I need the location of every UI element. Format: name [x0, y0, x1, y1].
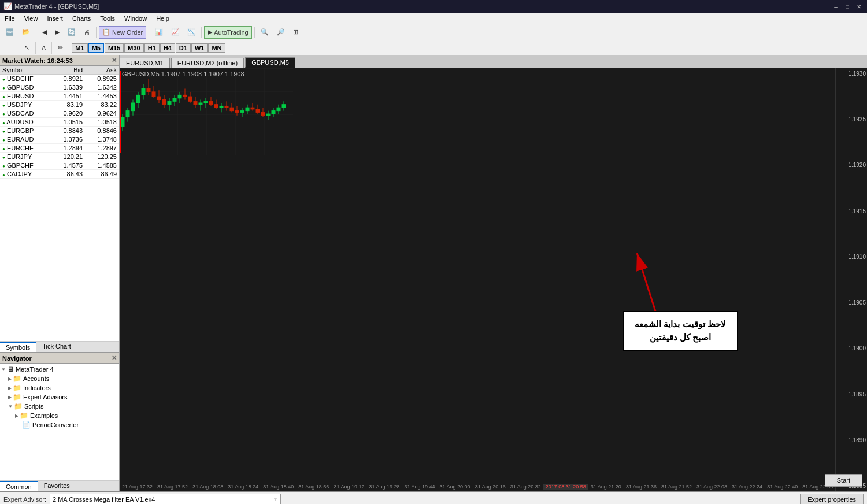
svg-rect-83: [246, 108, 249, 110]
table-row[interactable]: ● EURUSD 1.4451 1.4453: [0, 92, 119, 101]
table-row[interactable]: ● EURGBP 0.8843 0.8846: [0, 127, 119, 135]
period-btn-m30[interactable]: M30: [124, 43, 143, 53]
toolbar-refresh-btn[interactable]: 🔄: [64, 26, 79, 39]
table-row[interactable]: ● USDCAD 0.9620 0.9624: [0, 109, 119, 118]
nav-item-examples[interactable]: ▶📁Examples: [1, 411, 118, 420]
table-row[interactable]: ● EURJPY 120.21 120.25: [0, 153, 119, 161]
ask-cell: 1.2897: [85, 144, 119, 153]
tab-symbols[interactable]: Symbols: [0, 342, 36, 352]
svg-rect-71: [214, 105, 218, 108]
ask-cell: 0.9624: [85, 109, 119, 118]
toolbar-grid[interactable]: ⊞: [290, 26, 302, 39]
time-19: 31 Aug 22:40: [765, 484, 800, 490]
ea-dropdown[interactable]: 2 MA Crosses Mega filter EA V1.ex4 ▼: [50, 494, 281, 504]
symbol-cell: ● USDCHF: [0, 75, 51, 83]
annotation-line1: لاحظ توقيت بداية الشمعه: [632, 318, 728, 331]
menu-window[interactable]: Window: [120, 13, 151, 24]
table-row[interactable]: ● GBPUSD 1.6339 1.6342: [0, 83, 119, 92]
svg-rect-97: [282, 105, 286, 108]
bottom-panel: Expert Advisor: 2 MA Crosses Mega filter…: [0, 491, 867, 504]
price-label: 1.1920: [837, 162, 866, 168]
new-order-button[interactable]: 📋 New Order: [99, 26, 146, 39]
period-btn-m15[interactable]: M15: [105, 43, 124, 53]
nav-label: Scripts: [24, 403, 44, 410]
tab-common[interactable]: Common: [0, 481, 38, 491]
tab-favorites[interactable]: Favorites: [38, 481, 76, 491]
toolbar-chart-btn1[interactable]: 📊: [151, 26, 166, 39]
annotation-popup: لاحظ توقيت بداية الشمعه اصبح كل دقيقتين: [623, 311, 738, 351]
period-btn-h1[interactable]: H1: [144, 43, 160, 53]
nav-item-accounts[interactable]: ▶📁Accounts: [1, 374, 118, 383]
price-label: 1.1895: [837, 391, 866, 398]
toolbar-print-btn[interactable]: 🖨: [80, 26, 94, 39]
toolbar-text[interactable]: A: [38, 42, 49, 54]
time-17: 31 Aug 22:08: [694, 484, 729, 490]
toolbar-fwd-btn[interactable]: ▶: [51, 26, 63, 39]
svg-rect-37: [126, 111, 129, 117]
menu-insert[interactable]: Insert: [42, 13, 68, 24]
menu-view[interactable]: View: [20, 13, 43, 24]
period-btn-h4[interactable]: H4: [160, 43, 175, 53]
chart-tab-eurusd-m2-offline-[interactable]: EURUSD,M2 (offline): [171, 58, 244, 68]
bid-cell: 1.4575: [51, 161, 85, 170]
maximize-button[interactable]: □: [843, 2, 852, 10]
period-btn-d1[interactable]: D1: [176, 43, 191, 53]
ask-cell: 1.4453: [85, 92, 119, 101]
svg-rect-93: [272, 111, 275, 114]
chart-tab-gbpusd-m5[interactable]: GBPUSD,M5: [245, 57, 295, 68]
toolbar-open-btn[interactable]: 📂: [18, 26, 34, 39]
nav-item-expert-advisors[interactable]: ▶📁Expert Advisors: [1, 392, 118, 402]
svg-rect-87: [256, 109, 260, 112]
tab-tick-chart[interactable]: Tick Chart: [36, 342, 77, 352]
autotrading-button[interactable]: ▶ AutoTrading: [204, 26, 252, 39]
chart-tab-eurusd-m1[interactable]: EURUSD,M1: [120, 58, 170, 68]
time-18: 31 Aug 22:24: [729, 484, 765, 490]
chart-canvas[interactable]: GBPUSD,M5 1.1907 1.1908 1.1907 1.1908: [120, 68, 867, 491]
menu-tools[interactable]: Tools: [95, 13, 120, 24]
nav-item-metatrader-4[interactable]: ▼🖥MetaTrader 4: [1, 365, 118, 374]
table-row[interactable]: ● USDJPY 83.19 83.22: [0, 101, 119, 109]
nav-item-scripts[interactable]: ▼📁Scripts: [1, 402, 118, 411]
table-row[interactable]: ● EURAUD 1.3736 1.3748: [0, 135, 119, 144]
table-row[interactable]: ● USDCHF 0.8921 0.8925: [0, 75, 119, 83]
chart-time-axis: 21 Aug 17:32 31 Aug 17:52 31 Aug 18:08 3…: [120, 481, 835, 491]
table-row[interactable]: ● CADJPY 86.43 86.49: [0, 170, 119, 179]
market-watch-header: Market Watch: 16:24:53 ✕: [0, 55, 119, 66]
symbol-cell: ● USDJPY: [0, 101, 51, 109]
toolbar-zoom-out[interactable]: 🔎: [273, 26, 288, 39]
minimize-button[interactable]: –: [831, 2, 840, 10]
menu-help[interactable]: Help: [151, 13, 174, 24]
toolbar-line[interactable]: —: [2, 42, 16, 54]
period-btn-mn[interactable]: MN: [208, 43, 225, 53]
table-row[interactable]: ● GBPCHF 1.4575 1.4585: [0, 161, 119, 170]
bid-cell: 0.9620: [51, 109, 85, 118]
title-text: MetaTrader 4 - [GBPUSD,M5]: [14, 3, 99, 10]
toolbar-draw[interactable]: ✏: [54, 42, 66, 54]
nav-item-periodconverter[interactable]: 📄PeriodConverter: [1, 420, 118, 429]
toolbar-cursor[interactable]: ↖: [21, 42, 33, 54]
toolbar-back-btn[interactable]: ◀: [39, 26, 50, 39]
time-3: 31 Aug 18:08: [190, 484, 225, 490]
toolbar-chart-btn2[interactable]: 📈: [168, 26, 183, 39]
close-button[interactable]: ✕: [854, 2, 864, 10]
menu-file[interactable]: File: [0, 13, 20, 24]
table-row[interactable]: ● AUDUSD 1.0515 1.0518: [0, 118, 119, 127]
time-15: 31 Aug 21:36: [624, 484, 659, 490]
price-label: 1.1900: [837, 345, 866, 351]
nav-item-indicators[interactable]: ▶📁Indicators: [1, 383, 118, 392]
ask-cell: 1.6342: [85, 83, 119, 92]
menu-charts[interactable]: Charts: [68, 13, 95, 24]
navigator-close[interactable]: ✕: [112, 354, 117, 362]
toolbar-chart-btn3[interactable]: 📉: [184, 26, 199, 39]
svg-rect-61: [188, 97, 192, 101]
expert-properties-btn[interactable]: Expert properties: [800, 494, 864, 504]
chart-area: EURUSD,M1EURUSD,M2 (offline)GBPUSD,M5 GB…: [120, 55, 867, 491]
period-btn-w1[interactable]: W1: [191, 43, 208, 53]
start-button[interactable]: Start: [825, 474, 862, 487]
toolbar-new-btn[interactable]: 🆕: [2, 26, 17, 39]
period-btn-m5[interactable]: M5: [88, 43, 104, 53]
toolbar-zoom-in[interactable]: 🔍: [257, 26, 272, 39]
table-row[interactable]: ● EURCHF 1.2894 1.2897: [0, 144, 119, 153]
market-watch-close[interactable]: ✕: [112, 57, 117, 64]
period-btn-m1[interactable]: M1: [72, 43, 87, 53]
